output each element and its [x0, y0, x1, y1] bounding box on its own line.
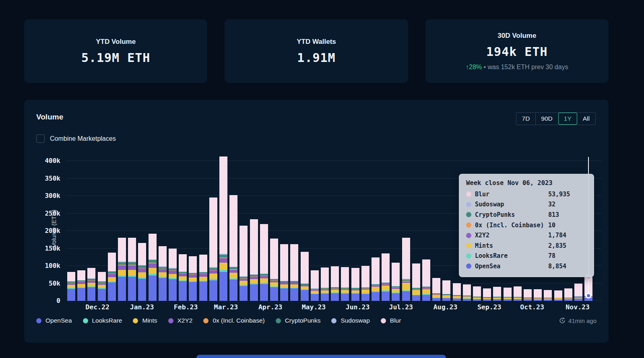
bar-segment-mints — [280, 284, 288, 288]
bar-segment-blur — [564, 288, 572, 298]
tooltip-series-value: 53,935 — [548, 191, 570, 198]
bar-week-13[interactable] — [189, 256, 197, 301]
bar-week-48[interactable] — [544, 290, 552, 301]
legend-label: CryptoPunks — [285, 317, 321, 324]
range-button-90d[interactable]: 90D — [535, 113, 558, 125]
bar-week-49[interactable] — [554, 290, 562, 301]
legend-item-0x-incl-coinbase-[interactable]: 0x (Incl. Coinbase) — [203, 317, 264, 324]
bar-week-3[interactable] — [87, 268, 95, 301]
bar-week-41[interactable] — [473, 286, 481, 301]
bar-week-4[interactable] — [98, 272, 106, 301]
legend-dot — [203, 318, 208, 323]
bar-segment-blur — [229, 195, 237, 266]
bar-segment-x2y2 — [229, 270, 237, 273]
refresh-clock-icon — [559, 317, 566, 324]
range-button-1y[interactable]: 1Y — [558, 113, 577, 125]
bar-segment-blur — [432, 278, 440, 293]
tooltip-series-value: 1,784 — [548, 232, 566, 239]
bar-week-37[interactable] — [432, 278, 440, 301]
bar-week-5[interactable] — [108, 253, 116, 301]
bar-week-47[interactable] — [534, 289, 542, 301]
range-button-7d[interactable]: 7D — [516, 113, 536, 125]
bar-week-35[interactable] — [412, 263, 420, 301]
bar-week-11[interactable] — [169, 249, 177, 301]
bar-week-17[interactable] — [229, 195, 237, 301]
bar-week-24[interactable] — [301, 252, 309, 301]
bar-week-33[interactable] — [392, 263, 400, 301]
bar-week-23[interactable] — [290, 244, 298, 301]
range-button-all[interactable]: All — [577, 113, 595, 125]
bar-week-40[interactable] — [463, 284, 471, 301]
legend-item-x2y2[interactable]: X2Y2 — [168, 317, 193, 324]
tooltip-series-name: Sudoswap — [475, 201, 544, 208]
combine-checkbox[interactable] — [36, 134, 45, 143]
legend-item-looksrare[interactable]: LooksRare — [83, 317, 122, 324]
bar-week-30[interactable] — [361, 266, 369, 301]
bar-week-1[interactable] — [67, 272, 75, 301]
bar-week-34[interactable] — [402, 238, 410, 301]
bar-week-39[interactable] — [453, 283, 461, 301]
bar-week-29[interactable] — [351, 268, 359, 301]
bar-week-9[interactable] — [149, 234, 157, 301]
bar-week-16[interactable] — [219, 156, 227, 301]
bar-week-12[interactable] — [179, 254, 187, 301]
bar-segment-blur — [290, 244, 298, 281]
bar-week-44[interactable] — [504, 288, 512, 301]
tooltip-series-dot — [466, 263, 471, 269]
x-tick-oct-23: Oct.23 — [520, 303, 544, 311]
bar-segment-x2y2 — [159, 269, 167, 272]
bar-week-22[interactable] — [280, 244, 288, 301]
bar-segment-blur — [169, 249, 177, 268]
bar-segment-cryptopunks — [149, 260, 157, 263]
bar-week-31[interactable] — [372, 257, 380, 301]
bar-week-15[interactable] — [209, 198, 217, 301]
bar-segment-blur — [493, 287, 501, 296]
combine-label: Combine Marketplaces — [50, 135, 116, 142]
bar-week-7[interactable] — [128, 238, 136, 301]
gridline-400k — [66, 160, 602, 161]
bar-week-51[interactable] — [574, 284, 582, 301]
legend-item-blur[interactable]: Blur — [381, 317, 401, 324]
bar-week-32[interactable] — [382, 253, 390, 301]
stat-cards: YTD Volume 5.19M ETH YTD Wallets 1.91M 3… — [24, 19, 609, 83]
legend-item-mints[interactable]: Mints — [133, 317, 157, 324]
bar-week-42[interactable] — [483, 288, 491, 301]
legend-label: OpenSea — [45, 317, 72, 324]
last-updated: 41min ago — [559, 317, 597, 324]
legend-item-sudoswap[interactable]: Sudoswap — [331, 317, 369, 324]
bar-week-46[interactable] — [524, 289, 532, 301]
bar-segment-opensea — [493, 299, 501, 301]
bar-week-38[interactable] — [442, 280, 450, 301]
legend-item-opensea[interactable]: OpenSea — [36, 317, 72, 324]
bar-segment-opensea — [564, 299, 572, 301]
tooltip-series-name: Blur — [475, 191, 544, 198]
bar-week-36[interactable] — [422, 259, 430, 301]
bar-week-14[interactable] — [199, 255, 207, 301]
bar-week-25[interactable] — [311, 270, 319, 301]
bar-segment-mints — [138, 272, 146, 278]
bar-week-50[interactable] — [564, 288, 572, 301]
bar-week-8[interactable] — [138, 243, 146, 301]
legend-dot — [83, 318, 88, 323]
bar-week-21[interactable] — [270, 239, 278, 301]
bar-week-19[interactable] — [250, 219, 258, 301]
bar-week-26[interactable] — [321, 267, 329, 301]
bar-week-18[interactable] — [239, 226, 248, 301]
y-tick-label: 250k — [36, 210, 60, 217]
legend-label: Mints — [142, 317, 157, 324]
bar-week-27[interactable] — [331, 266, 339, 301]
bar-week-10[interactable] — [159, 246, 167, 301]
bar-segment-opensea — [442, 298, 450, 301]
bar-week-2[interactable] — [77, 270, 85, 301]
bar-segment-opensea — [311, 294, 319, 301]
bar-week-28[interactable] — [341, 267, 349, 301]
bar-week-43[interactable] — [493, 287, 501, 301]
bar-week-6[interactable] — [118, 238, 126, 301]
bar-segment-blur — [87, 268, 95, 278]
bar-week-45[interactable] — [514, 286, 522, 301]
bar-segment-mints — [98, 285, 106, 288]
y-tick-label: 300k — [36, 192, 60, 200]
bar-segment-opensea — [179, 281, 187, 301]
legend-item-cryptopunks[interactable]: CryptoPunks — [276, 317, 321, 324]
bar-week-20[interactable] — [260, 224, 268, 301]
